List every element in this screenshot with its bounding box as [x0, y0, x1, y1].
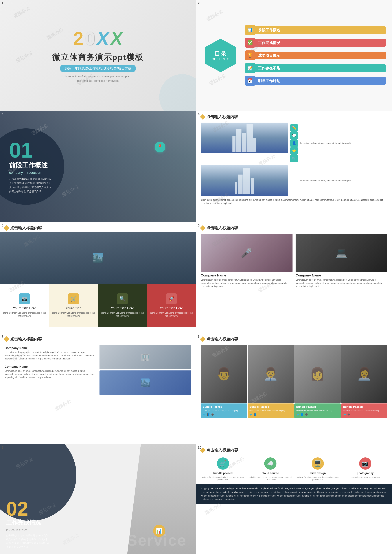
company-desc-1: Lorem ipsum dolor sit amet, consectetur … [201, 278, 293, 288]
facebook-icon: 📘 [207, 413, 210, 416]
slide-3-num: 01 [9, 140, 52, 161]
slide-4-photo-2 [201, 165, 288, 196]
photo-placeholder-2: 💻 [295, 234, 387, 272]
slide-9-number: 9 [1, 446, 3, 450]
menu-item-4[interactable]: 📝 工作存在不足 [245, 63, 386, 73]
box-item-4: 🚀 Youre Title Here there are many variat… [147, 284, 196, 327]
hex-subtitle: CONTENTS [212, 58, 229, 61]
pin-icon: 📍 [155, 142, 165, 152]
year-char-x1: X [97, 28, 109, 49]
menu-label-4: 工作存在不足 [258, 66, 280, 70]
slide-4-text-1: lorem ipsum dolor sit amet, consectetur … [300, 142, 387, 145]
slide-10-bottom: shopping carts are abandoned right befor… [196, 484, 392, 504]
slide-10-header-title: 点击输入标题内容 [206, 448, 238, 453]
slide-4: 4 点击输入标题内容 ✏️ 💬 👤 [196, 111, 392, 222]
hexagon-container: 目录 CONTENTS [205, 39, 236, 72]
box-item-3: 🔍 Youre Title Here there are many variat… [98, 284, 147, 327]
slide-5-img-content: 🏙️ [92, 253, 104, 264]
city-photo-placeholder-1: 🏢 [99, 345, 191, 369]
bundle-desc-3: lorem ipsum dolor sit amet, consetit adi… [296, 409, 339, 412]
slide-7-content: Company Name Lorem ipsum dolor sit amet,… [0, 343, 196, 396]
menu-icon-4: 📝 [245, 63, 255, 73]
menu-item-3[interactable]: 🏆 成功项目展示 [245, 50, 386, 60]
bundle-card-2: Bundle Packed lorem ipsum dolor sit amet… [248, 403, 294, 418]
slide-7-left: Company Name Lorem ipsum dolor sit amet,… [5, 345, 97, 395]
slide-5-header-title: 点击输入标题内容 [10, 225, 42, 231]
slide-1-desc2: ppt template, complete framework [77, 79, 119, 83]
menu-icon-3: 🏆 [245, 50, 255, 60]
icon-card-subtitle-1: suitable for all categories business and… [201, 476, 245, 481]
slide-3-pin: 📍 [155, 142, 165, 152]
menu-bar-2: 工作完成情况 [255, 39, 386, 47]
box-title-3: Youre Title Here [111, 306, 134, 310]
bundle-cards: Bundle Packed lorem ipsum dolor sit amet… [201, 403, 388, 418]
slide-2-content: 目录 CONTENTS 📊 前段工作概述 ✅ 工作完成情况 [196, 0, 392, 111]
slide-7: 7 点击输入标题内容 Company Name Lorem ipsum dolo… [0, 333, 196, 444]
slide-2-number: 2 [198, 1, 200, 5]
icon-card-title-3: slide design [310, 472, 326, 475]
slide-9-num: 02 [6, 499, 190, 519]
year-char-2: 2 [73, 28, 84, 49]
menu-label-1: 前段工作概述 [258, 28, 280, 33]
slide-3-number: 3 [1, 112, 3, 116]
slide-4-photo-1 [201, 123, 288, 153]
chat-icon: 💬 [290, 132, 298, 139]
person-icon: 👤 [290, 139, 298, 147]
slide-4-content: ✏️ 💬 👤 ⭐ 🛒 lorem ipsum dolor sit amet, c… [196, 121, 392, 207]
menu-item-1[interactable]: 📊 前段工作概述 [245, 25, 386, 35]
facebook-icon-2: 📘 [254, 413, 257, 416]
hex-title: 目录 [215, 50, 227, 58]
slide-8-header: 点击输入标题内容 [196, 333, 392, 343]
star-icon: ⭐ [290, 147, 298, 155]
company-desc-3: Lorem ipsum dolor sit amet, consectetur … [5, 351, 97, 360]
slide-10-header: 点击输入标题内容 [196, 444, 392, 454]
slide-5: 5 点击输入标题内容 🏙️ 📷 Youre Title Here there a… [0, 222, 196, 333]
slide-7-header-title: 点击输入标题内容 [10, 336, 42, 342]
slide-9-section-title: 工作完成情况 [6, 519, 190, 526]
search-icon: 🔍 [117, 294, 128, 304]
menu-icon-2: ✅ [245, 38, 255, 48]
icon-card-title-2: cloud source [262, 472, 279, 475]
slide-1-subtitle: 适用于年终总结/工作汇报/述职报告/项目方案 [60, 65, 136, 72]
box-item-2: 🛒 Youre Title there are many variations … [49, 284, 98, 327]
twitter-icon: 🐦 [203, 413, 206, 416]
slide-9-desc: 点击添加文本内容, 如关键词, 部分细节介绍文本内容, 如关键词, 部分细节介绍… [6, 533, 49, 549]
company-desc-4: Lorem ipsum dolor sit amet, consectetur … [5, 369, 97, 379]
box-desc-1: there are many variations of messages of… [3, 311, 46, 317]
slide-4-bottom-text: lorem ipsum dolor sit amet, consectetur … [201, 198, 388, 205]
gplus-icon: ➕ [211, 413, 214, 416]
hexagon: 目录 CONTENTS [205, 39, 236, 72]
header-diamond-icon [200, 114, 206, 120]
slide-9: 9 02 工作完成情况 product/service 点击添加文本内容, 如关… [0, 444, 196, 554]
slide-8: 8 点击输入标题内容 👨 👨‍💼 👩 👩‍💼 Bundle Packed lor… [196, 333, 392, 444]
bundle-title-1: Bundle Packed [203, 405, 245, 408]
bundle-icons-4: 🐦 ➕ [343, 413, 385, 416]
slide-5-boxes: 📷 Youre Title Here there are many variat… [0, 284, 196, 327]
bundle-desc-2: lorem ipsum dolor sit amet, consetit adi… [249, 409, 292, 412]
rocket-icon: 🚀 [166, 294, 177, 304]
slide-6-header: 点击输入标题内容 [196, 222, 392, 232]
menu-item-2[interactable]: ✅ 工作完成情况 [245, 38, 386, 48]
bundle-title-3: Bundle Packed [296, 405, 339, 408]
header-diamond-icon-8 [200, 336, 206, 342]
company-card2-2: Company Name Lorem ipsum dolor sit amet,… [5, 364, 97, 379]
icon-card-1: 🛒 bundle packed suitable for all categor… [201, 457, 245, 481]
box-item-1: 📷 Youre Title Here there are many variat… [0, 284, 49, 327]
company-desc-2: Lorem ipsum dolor sit amet, consectetur … [295, 278, 387, 288]
icon-card-4: 📷 photography categories personal presen… [343, 457, 387, 481]
menu-item-5[interactable]: 📅 明年工作计划 [245, 76, 386, 86]
box-desc-3: there are many variations of messages of… [101, 311, 144, 317]
icon-card-subtitle-3: suitable for all categories business and… [295, 476, 340, 481]
year-char-0: 0 [85, 28, 95, 49]
cart-icon: 🛒 [290, 155, 298, 162]
city-photo-1: 🏢 [99, 345, 191, 369]
bundle-title-4: Bundle Packed [343, 405, 385, 408]
slide-8-number: 8 [198, 335, 200, 338]
bundle-icons-1: 🐦 📘 ➕ [203, 413, 245, 416]
icon-card-2: ☁️ cloud source suitable for all categor… [248, 457, 293, 481]
bundle-icons-3: 🐦 📘 ➕ [296, 413, 339, 416]
slide-4-text-right: lorem ipsum dolor sit amet, consectetur … [300, 123, 387, 164]
box-desc-2: there are many variations of messages of… [52, 311, 95, 317]
cart-icon-5: 🛒 [68, 294, 79, 304]
bundle-icon: 🛒 [217, 457, 229, 470]
